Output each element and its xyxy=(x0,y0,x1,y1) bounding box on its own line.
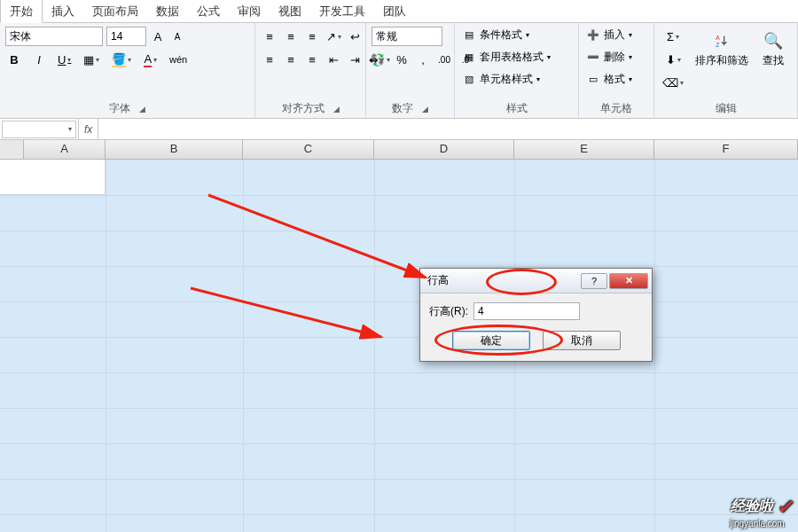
cell-styles-label: 单元格样式 xyxy=(480,72,533,87)
insert-icon: ➕ xyxy=(586,28,600,43)
row-height-input[interactable] xyxy=(473,302,580,320)
autosum-button[interactable]: Σ xyxy=(660,27,686,46)
bold-button[interactable]: B xyxy=(5,50,23,69)
group-font: A A B I U ▦ 🪣 A wén 字体 ◢ xyxy=(0,23,255,118)
align-left-button[interactable]: ≡ xyxy=(261,50,278,69)
format-as-table-button[interactable]: ▦ 套用表格格式▾ xyxy=(460,49,573,66)
percent-button[interactable]: % xyxy=(393,50,411,69)
col-header-e[interactable]: E xyxy=(514,140,654,160)
underline-button[interactable]: U xyxy=(55,50,74,69)
align-center-button[interactable]: ≡ xyxy=(282,50,300,69)
tab-review[interactable]: 审阅 xyxy=(229,0,270,22)
orientation-button[interactable]: ↗ xyxy=(325,27,342,46)
fill-down-icon: ⬇ xyxy=(666,53,676,66)
row-height-dialog: 行高 ? ✕ 行高(R): 确定 取消 xyxy=(419,268,653,362)
sigma-icon: Σ xyxy=(667,30,674,43)
col-header-b[interactable]: B xyxy=(106,140,243,160)
tab-pagelayout[interactable]: 页面布局 xyxy=(83,0,147,22)
dialog-help-button[interactable]: ? xyxy=(581,273,607,289)
insert-cells-label: 插入 xyxy=(604,27,625,43)
increase-indent-button[interactable]: ⇥ xyxy=(346,50,364,69)
increase-font-icon[interactable]: A xyxy=(150,28,166,44)
font-size-select[interactable] xyxy=(106,27,146,46)
find-select-label: 查找 xyxy=(763,53,784,68)
col-header-f[interactable]: F xyxy=(654,140,798,160)
increase-decimal-button[interactable]: .00 xyxy=(435,50,453,69)
tab-developer[interactable]: 开发工具 xyxy=(310,0,374,22)
format-cells-label: 格式 xyxy=(604,72,625,87)
cancel-button[interactable]: 取消 xyxy=(543,331,621,350)
font-dialog-launcher[interactable]: ◢ xyxy=(139,105,145,113)
sort-filter-button[interactable]: AZ 排序和筛选 xyxy=(692,27,752,70)
find-select-button[interactable]: 🔍 查找 xyxy=(757,27,789,70)
tab-team[interactable]: 团队 xyxy=(374,0,415,22)
clear-button[interactable]: ⌫ xyxy=(660,73,686,92)
sort-filter-icon: AZ xyxy=(709,28,734,53)
bucket-icon: 🪣 xyxy=(112,52,126,67)
tab-view[interactable]: 视图 xyxy=(270,0,310,22)
cell-styles-icon: ▧ xyxy=(462,73,476,87)
align-top-button[interactable]: ≡ xyxy=(261,27,278,46)
group-cells-label: 单元格 xyxy=(600,101,632,116)
phonetic-icon: wén xyxy=(169,54,187,65)
insert-cells-button[interactable]: ➕插入▾ xyxy=(584,27,648,43)
delete-icon: ➖ xyxy=(586,51,600,65)
decrease-font-icon[interactable]: A xyxy=(169,28,185,44)
tab-home[interactable]: 开始 xyxy=(0,0,43,23)
ok-button[interactable]: 确定 xyxy=(452,331,530,350)
conditional-formatting-label: 条件格式 xyxy=(480,27,522,43)
tab-insert[interactable]: 插入 xyxy=(43,0,83,22)
italic-button[interactable]: I xyxy=(30,50,48,69)
fx-button[interactable]: fx xyxy=(78,119,98,139)
sort-filter-label: 排序和筛选 xyxy=(695,53,748,68)
row-height-label: 行高(R): xyxy=(429,304,468,319)
col-header-c[interactable]: C xyxy=(243,140,374,160)
cell-area[interactable] xyxy=(0,160,798,532)
format-cells-button[interactable]: ▭格式▾ xyxy=(584,71,648,88)
help-icon: ? xyxy=(591,276,597,286)
svg-text:A: A xyxy=(716,35,720,41)
conditional-formatting-button[interactable]: ▤ 条件格式▾ xyxy=(460,27,573,43)
align-right-button[interactable]: ≡ xyxy=(303,50,321,69)
tab-data[interactable]: 数据 xyxy=(147,0,188,22)
group-font-label: 字体 xyxy=(109,101,130,116)
decrease-indent-button[interactable]: ⇤ xyxy=(325,50,342,69)
formula-input[interactable] xyxy=(98,121,798,138)
col-header-a[interactable]: A xyxy=(24,140,106,160)
cell-styles-button[interactable]: ▧ 单元格样式▾ xyxy=(460,71,573,88)
group-editing-label: 编辑 xyxy=(716,101,737,116)
dialog-titlebar[interactable]: 行高 ? ✕ xyxy=(420,269,652,293)
borders-button[interactable]: ▦ xyxy=(81,50,102,69)
formula-bar: fx xyxy=(0,119,798,140)
name-box[interactable] xyxy=(2,121,76,138)
font-color-button[interactable]: A xyxy=(141,50,160,69)
format-icon: ▭ xyxy=(586,73,600,87)
dialog-close-button[interactable]: ✕ xyxy=(609,273,648,289)
phonetic-button[interactable]: wén xyxy=(167,50,190,69)
tab-formulas[interactable]: 公式 xyxy=(188,0,229,22)
col-header-d[interactable]: D xyxy=(374,140,514,160)
group-styles-label: 样式 xyxy=(506,101,528,116)
comma-button[interactable]: , xyxy=(414,50,432,69)
wrap-text-button[interactable]: ↩ xyxy=(346,27,364,46)
eraser-icon: ⌫ xyxy=(662,76,678,90)
font-name-select[interactable] xyxy=(5,27,103,46)
group-editing: Σ ⬇ ⌫ AZ 排序和筛选 🔍 查找 编辑 xyxy=(654,23,798,118)
fill-color-button[interactable]: 🪣 xyxy=(109,50,134,69)
number-format-select[interactable] xyxy=(372,27,442,46)
alignment-dialog-launcher[interactable]: ◢ xyxy=(333,105,340,113)
align-bottom-button[interactable]: ≡ xyxy=(303,27,321,46)
delete-cells-button[interactable]: ➖删除▾ xyxy=(584,49,648,66)
fill-button[interactable]: ⬇ xyxy=(660,50,686,69)
conditional-formatting-icon: ▤ xyxy=(462,28,476,43)
column-headers: A B C D E F xyxy=(0,140,798,160)
format-as-table-icon: ▦ xyxy=(462,51,476,65)
cell-a1[interactable] xyxy=(0,160,106,195)
align-middle-button[interactable]: ≡ xyxy=(282,27,300,46)
currency-button[interactable]: 💱 xyxy=(372,50,389,69)
spreadsheet-grid[interactable]: A B C D E F xyxy=(0,140,798,160)
number-dialog-launcher[interactable]: ◢ xyxy=(422,105,428,113)
watermark-main: 经验啦 xyxy=(731,498,773,513)
font-color-icon: A xyxy=(144,52,152,67)
select-all-corner[interactable] xyxy=(0,140,24,160)
